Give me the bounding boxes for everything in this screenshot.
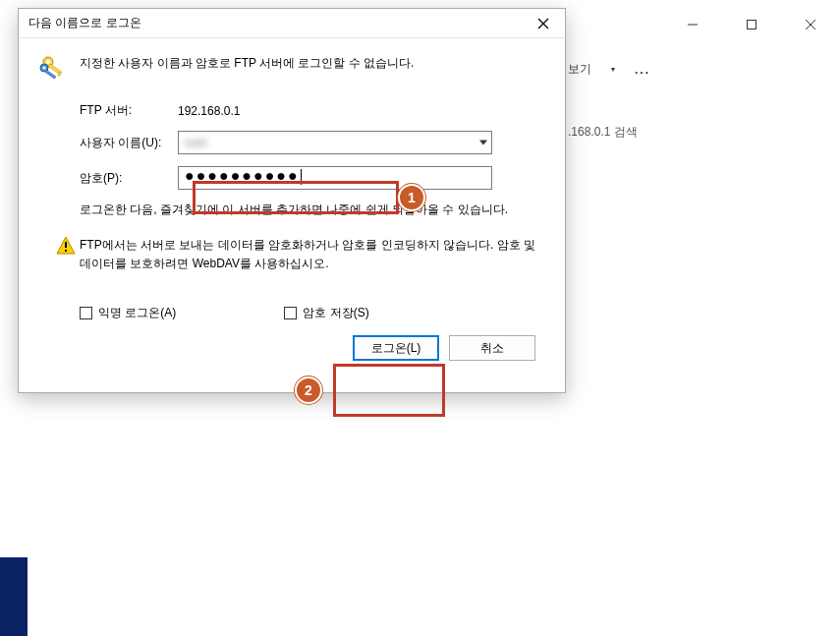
svg-point-7 (46, 60, 50, 64)
favorites-info-text: 로그온한 다음, 즐겨찾기에 이 서버를 추가하면 나중에 쉽게 되돌아올 수 … (80, 202, 545, 218)
warning-icon (56, 236, 80, 259)
anonymous-logon-label: 익명 로그온(A) (98, 305, 176, 321)
logon-dialog: 다음 이름으로 로그온 (18, 8, 566, 393)
chevron-down-icon: ▾ (611, 65, 615, 74)
dialog-close-button[interactable] (528, 13, 559, 34)
taskbar-fragment (0, 557, 28, 636)
ftp-server-value: 192.168.0.1 (178, 104, 240, 118)
dialog-titlebar: 다음 이름으로 로그온 (19, 9, 565, 38)
background-search-hint: .168.0.1 검색 (568, 124, 638, 141)
cancel-button[interactable]: 취소 (449, 335, 535, 361)
username-combobox[interactable]: user (178, 131, 492, 154)
text-caret (301, 169, 302, 185)
ftp-server-label: FTP 서버: (80, 102, 178, 119)
svg-rect-1 (748, 21, 756, 29)
save-password-label: 암호 저장(S) (303, 305, 368, 321)
svg-rect-15 (65, 250, 67, 252)
window-controls (673, 10, 830, 39)
svg-rect-14 (65, 242, 67, 248)
password-value: ●●●●●●●●●● (185, 167, 300, 185)
dialog-title: 다음 이름으로 로그온 (28, 15, 141, 31)
minimize-button[interactable] (673, 10, 712, 39)
annotation-badge-2: 2 (295, 376, 322, 404)
error-message: 지정한 사용자 이름과 암호로 FTP 서버에 로그인할 수 없습니다. (80, 54, 545, 72)
annotation-badge-1: 1 (398, 184, 425, 211)
checkbox-box (284, 307, 297, 319)
login-button[interactable]: 로그온(L) (353, 335, 439, 361)
svg-point-11 (43, 67, 46, 70)
dialog-body: 지정한 사용자 이름과 암호로 FTP 서버에 로그인할 수 없습니다. FTP… (19, 38, 565, 392)
maximize-button[interactable] (732, 10, 771, 39)
webdav-warning-text: FTP에서는 서버로 보내는 데이터를 암호화하거나 암호를 인코딩하지 않습니… (80, 236, 545, 273)
anonymous-logon-checkbox[interactable]: 익명 로그온(A) (80, 305, 176, 321)
keys-icon (38, 75, 70, 88)
view-menu-label[interactable]: 보기 (568, 61, 591, 78)
background-toolbar: 보기 ▾ ... (568, 61, 650, 78)
chevron-down-icon (479, 141, 487, 145)
more-menu[interactable]: ... (635, 63, 650, 77)
username-label: 사용자 이름(U): (80, 135, 178, 151)
save-password-checkbox[interactable]: 암호 저장(S) (284, 305, 368, 321)
checkbox-box (80, 307, 92, 319)
svg-rect-12 (45, 70, 56, 79)
password-label: 암호(P): (80, 170, 178, 187)
close-window-button[interactable] (791, 10, 830, 39)
username-value: user (185, 136, 207, 149)
password-input[interactable]: ●●●●●●●●●● (178, 166, 492, 190)
